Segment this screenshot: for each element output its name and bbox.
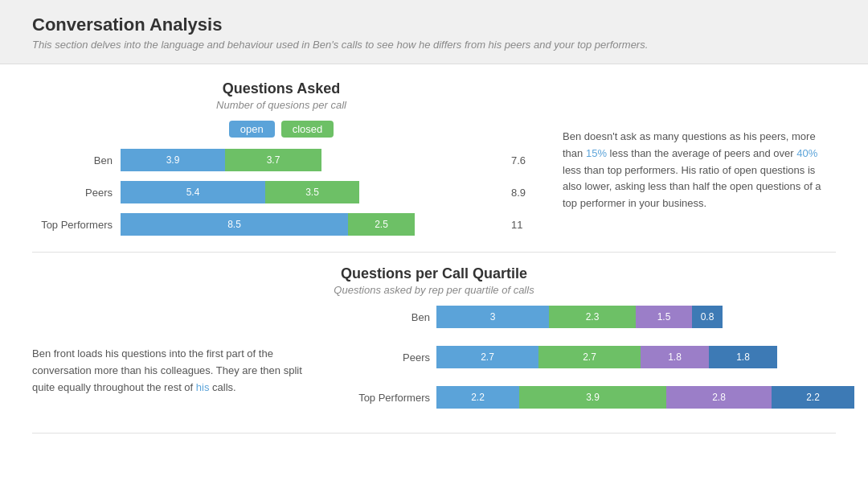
q-label-ben: Ben (354, 311, 430, 323)
bar-total-ben: 7.6 (511, 154, 530, 166)
q-peers-q3: 1.8 (641, 346, 709, 368)
q-bar-row-peers: Peers 2.7 2.7 1.8 1.8 (354, 346, 854, 368)
page-title: Conversation Analysis (32, 14, 836, 35)
bar-container-ben: 3.9 3.7 (121, 149, 497, 171)
q-top-q2: 3.9 (519, 386, 666, 409)
chart-legend: open closed (32, 121, 530, 138)
legend-open-button[interactable]: open (229, 121, 275, 138)
header-section: Conversation Analysis This section delve… (0, 0, 868, 64)
bar-segment-ben-open: 3.9 (121, 149, 225, 171)
bar-segment-top-open: 8.5 (121, 213, 348, 236)
chart-title-quartile: Questions per Call Quartile (32, 265, 836, 282)
q-bar-row-ben: Ben 3 2.3 1.5 0.8 (354, 306, 854, 328)
page-subtitle: This section delves into the language an… (32, 39, 836, 51)
questions-asked-section: Questions Asked Number of quesions per c… (32, 80, 836, 236)
q-top-q4: 2.2 (772, 386, 854, 409)
questions-asked-insight: Ben doesn't ask as many questions as his… (563, 80, 836, 212)
highlight-his: his (196, 381, 210, 393)
q-bar-row-top: Top Performers 2.2 3.9 2.8 2.2 (354, 386, 854, 409)
quartile-content: Ben front loads his questions into the f… (32, 306, 836, 417)
main-content: Questions Asked Number of quesions per c… (0, 64, 868, 462)
questions-quartile-section: Questions per Call Quartile Questions as… (32, 265, 836, 417)
quartile-insight-text: Ben front loads his questions into the f… (32, 346, 321, 396)
bar-row-top-performers: Top Performers 8.5 2.5 11 (32, 213, 530, 236)
chart-title-questions-asked: Questions Asked (32, 80, 530, 97)
bottom-divider (32, 433, 836, 434)
quartile-left-panel: Ben front loads his questions into the f… (32, 306, 321, 396)
q-peers-q4: 1.8 (709, 346, 777, 368)
q-container-peers: 2.7 2.7 1.8 1.8 (436, 346, 777, 368)
q-ben-q2: 2.3 (549, 306, 636, 328)
bar-segment-top-closed: 2.5 (348, 213, 415, 236)
highlight-40: 40% (796, 147, 817, 159)
q-container-top: 2.2 3.9 2.8 2.2 (436, 386, 854, 409)
q-label-top: Top Performers (354, 392, 430, 404)
q-label-peers: Peers (354, 351, 430, 364)
q-container-ben: 3 2.3 1.5 0.8 (436, 306, 723, 328)
q-ben-q4: 0.8 (692, 306, 723, 328)
questions-asked-chart: Questions Asked Number of quesions per c… (32, 80, 530, 236)
insight-text-content: Ben doesn't ask as many questions as his… (563, 130, 821, 209)
highlight-15: 15% (586, 147, 607, 159)
bar-container-top-performers: 8.5 2.5 (121, 213, 497, 236)
q-peers-q1: 2.7 (436, 346, 538, 368)
q-top-q1: 2.2 (436, 386, 519, 409)
q-ben-q3: 1.5 (636, 306, 692, 328)
q-peers-q2: 2.7 (538, 346, 641, 368)
bar-segment-peers-closed: 3.5 (265, 181, 359, 203)
chart-subtitle-quartile: Questions asked by rep per quartile of c… (32, 284, 836, 296)
chart-subtitle-questions-asked: Number of quesions per call (32, 99, 530, 111)
q-ben-q1: 3 (436, 306, 549, 328)
q-top-q3: 2.8 (666, 386, 772, 409)
bar-label-top-performers: Top Performers (32, 219, 113, 231)
bar-total-peers: 8.9 (511, 187, 530, 199)
bar-container-peers: 5.4 3.5 (121, 181, 497, 203)
bar-row-ben: Ben 3.9 3.7 7.6 (32, 149, 530, 171)
section-divider (32, 252, 836, 253)
legend-closed-button[interactable]: closed (281, 121, 334, 138)
bar-row-peers: Peers 5.4 3.5 8.9 (32, 181, 530, 203)
bar-label-ben: Ben (32, 154, 113, 166)
quartile-right-panel: Ben 3 2.3 1.5 0.8 Peers 2.7 2.7 (354, 306, 854, 417)
bar-total-top: 11 (511, 219, 530, 231)
questions-asked-bar-chart: Ben 3.9 3.7 7.6 Peers 5.4 3.5 8.9 (32, 149, 530, 236)
bar-segment-ben-closed: 3.7 (225, 149, 321, 171)
quartile-bar-chart: Ben 3 2.3 1.5 0.8 Peers 2.7 2.7 (354, 306, 854, 417)
bar-label-peers: Peers (32, 187, 113, 199)
bar-segment-peers-open: 5.4 (121, 181, 265, 203)
